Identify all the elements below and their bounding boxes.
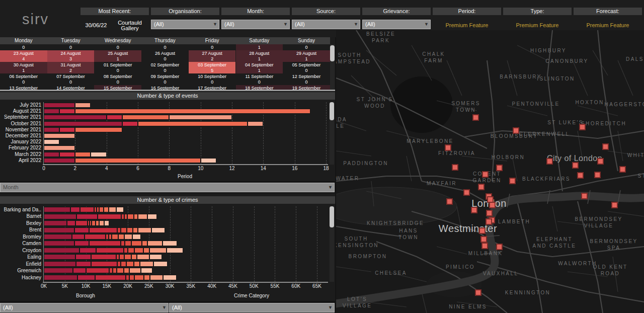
- bar-segment[interactable]: [44, 220, 67, 226]
- bar-segment[interactable]: [44, 115, 107, 120]
- bar-segment[interactable]: [124, 254, 131, 260]
- calendar-day-cell[interactable]: 03 September5: [189, 62, 236, 73]
- calendar-day-cell[interactable]: 14 September: [47, 85, 95, 90]
- calendar-day-cell[interactable]: 16 September: [141, 85, 189, 90]
- calendar-day-cell[interactable]: 17 September: [189, 85, 236, 90]
- stacked-bar[interactable]: [44, 234, 141, 240]
- calendar-day-cell[interactable]: 25 August1: [94, 50, 141, 62]
- filter-select-source[interactable]: (All)▼: [292, 20, 360, 29]
- bar-segment[interactable]: [127, 227, 133, 233]
- crimes-scrollbar[interactable]: [330, 206, 334, 282]
- events-scrollbar-thumb[interactable]: [330, 102, 334, 120]
- stacked-bar[interactable]: [44, 139, 59, 144]
- bar-segment[interactable]: [109, 234, 112, 240]
- stacked-bar[interactable]: [44, 220, 109, 226]
- map-incident-marker[interactable]: [471, 207, 477, 213]
- bar-segment[interactable]: [96, 248, 123, 253]
- bar-segment[interactable]: [151, 227, 165, 233]
- bar-segment[interactable]: [248, 121, 263, 126]
- bar-segment[interactable]: [127, 214, 134, 219]
- map-incident-marker[interactable]: [452, 164, 458, 171]
- bar-segment[interactable]: [44, 241, 74, 246]
- bar-segment[interactable]: [91, 261, 118, 267]
- stacked-bar[interactable]: [44, 121, 263, 126]
- bar-segment[interactable]: [113, 268, 117, 273]
- calendar-day-cell[interactable]: 12 September0: [283, 73, 330, 85]
- bar-segment[interactable]: [116, 254, 120, 260]
- calendar-day-cell[interactable]: 06 September0: [0, 73, 47, 85]
- bar-segment[interactable]: [133, 227, 138, 233]
- bar-segment[interactable]: [147, 241, 162, 246]
- bar-segment[interactable]: [80, 207, 94, 212]
- bar-segment[interactable]: [73, 268, 87, 273]
- bar-segment[interactable]: [92, 220, 96, 226]
- calendar-day-cell[interactable]: 24 August3: [47, 50, 95, 62]
- map-incident-marker[interactable]: [472, 114, 479, 121]
- bar-segment[interactable]: [44, 121, 122, 126]
- calendar-day-cell[interactable]: 05 September0: [283, 62, 330, 73]
- bar-segment[interactable]: [75, 127, 122, 132]
- bar-segment[interactable]: [141, 268, 152, 273]
- calendar-day-cell[interactable]: 08 September0: [94, 73, 141, 85]
- calendar-day-cell[interactable]: 1: [236, 44, 283, 50]
- calendar-scrollbar-thumb[interactable]: [330, 45, 335, 61]
- bar-segment[interactable]: [167, 248, 183, 253]
- bar-segment[interactable]: [95, 275, 126, 280]
- stacked-bar[interactable]: [44, 145, 75, 150]
- bar-segment[interactable]: [125, 241, 131, 246]
- stacked-bar[interactable]: [44, 254, 162, 260]
- map-incident-marker[interactable]: [463, 189, 470, 196]
- events-scrollbar[interactable]: [330, 102, 334, 165]
- bar-segment[interactable]: [44, 109, 59, 114]
- bar-segment[interactable]: [59, 109, 75, 114]
- bar-segment[interactable]: [134, 248, 143, 253]
- bar-segment[interactable]: [147, 214, 157, 219]
- bar-segment[interactable]: [117, 268, 123, 273]
- calendar-day-cell[interactable]: 0: [141, 44, 189, 50]
- bar-segment[interactable]: [144, 275, 150, 280]
- stacked-bar[interactable]: [44, 103, 91, 108]
- map-incident-marker[interactable]: [594, 172, 601, 178]
- bar-segment[interactable]: [109, 207, 116, 212]
- bar-segment[interactable]: [44, 227, 74, 233]
- bar-segment[interactable]: [96, 220, 100, 226]
- bar-segment[interactable]: [140, 261, 153, 267]
- calendar-day-cell[interactable]: 29 August1: [283, 50, 330, 62]
- map-incident-marker[interactable]: [445, 144, 451, 151]
- bar-segment[interactable]: [44, 139, 59, 144]
- calendar-day-cell[interactable]: 0: [0, 44, 47, 50]
- stacked-bar[interactable]: [44, 158, 216, 163]
- bar-segment[interactable]: [91, 254, 116, 260]
- map-incident-marker[interactable]: [482, 171, 489, 178]
- bar-segment[interactable]: [44, 127, 59, 132]
- bar-segment[interactable]: [76, 214, 98, 219]
- calendar-day-cell[interactable]: 30 August1: [0, 62, 47, 73]
- calendar-day-cell[interactable]: 0: [94, 44, 141, 50]
- filter-select-month[interactable]: (All)▼: [221, 20, 290, 29]
- calendar-day-cell[interactable]: 09 September0: [141, 73, 189, 85]
- crimes-scrollbar-thumb[interactable]: [330, 206, 334, 227]
- filter-select-grievance[interactable]: (All)▼: [362, 20, 431, 29]
- stacked-bar[interactable]: [44, 127, 122, 132]
- bar-segment[interactable]: [107, 115, 122, 120]
- map-incident-marker[interactable]: [496, 244, 503, 250]
- bar-segment[interactable]: [134, 275, 143, 280]
- bar-segment[interactable]: [76, 261, 91, 267]
- map-incident-marker[interactable]: [611, 202, 618, 208]
- bar-segment[interactable]: [201, 158, 216, 163]
- bar-segment[interactable]: [44, 214, 76, 219]
- bar-segment[interactable]: [132, 234, 141, 240]
- bar-segment[interactable]: [79, 248, 96, 253]
- bar-segment[interactable]: [44, 152, 59, 157]
- bar-segment[interactable]: [75, 220, 88, 226]
- calendar-day-cell[interactable]: 27 August2: [189, 50, 236, 62]
- borough-dropdown[interactable]: (All) ▼: [0, 303, 169, 312]
- bar-segment[interactable]: [44, 261, 76, 267]
- bar-segment[interactable]: [121, 214, 125, 219]
- map-incident-marker[interactable]: [480, 236, 487, 243]
- bar-segment[interactable]: [149, 254, 162, 260]
- bar-segment[interactable]: [44, 275, 77, 280]
- map-incident-marker[interactable]: [486, 218, 492, 225]
- bar-segment[interactable]: [89, 241, 121, 246]
- bar-segment[interactable]: [99, 207, 103, 212]
